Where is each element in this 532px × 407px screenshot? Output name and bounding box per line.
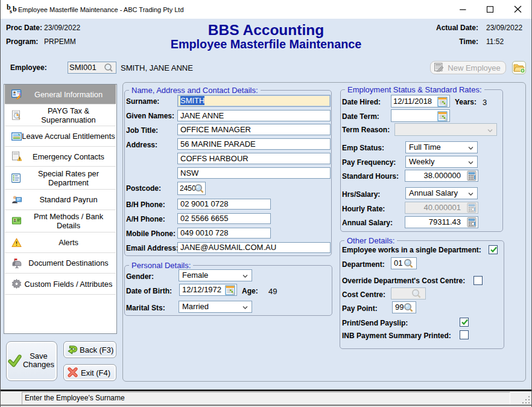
svg-text:s: s: [10, 8, 12, 14]
svg-text:b: b: [13, 5, 17, 13]
